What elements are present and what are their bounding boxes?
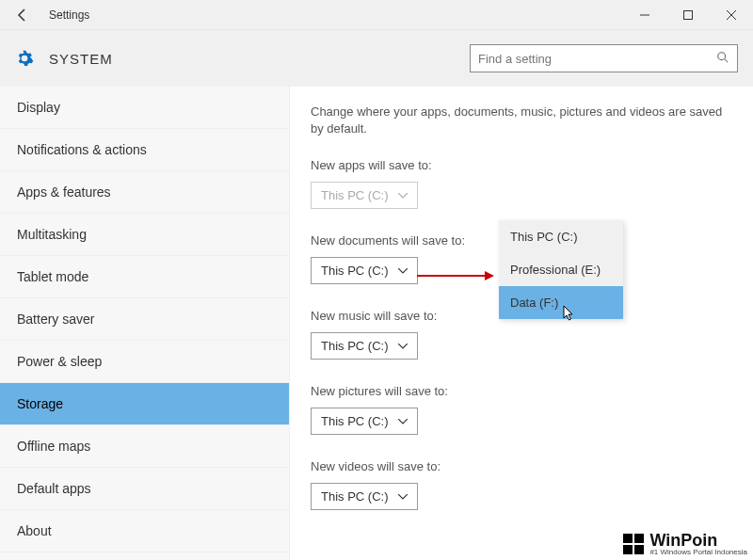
close-button[interactable] bbox=[710, 0, 753, 29]
sidebar-item-about[interactable]: About bbox=[0, 510, 289, 552]
search-box[interactable] bbox=[470, 44, 738, 72]
titlebar: Settings bbox=[0, 0, 753, 30]
sidebar-item-default-apps[interactable]: Default apps bbox=[0, 468, 289, 510]
back-button[interactable] bbox=[0, 0, 45, 29]
minimize-button[interactable] bbox=[623, 0, 666, 29]
drive-dropdown[interactable]: This PC (C:) bbox=[311, 332, 418, 360]
dropdown-value: This PC (C:) bbox=[321, 264, 389, 278]
sidebar-item-multitasking[interactable]: Multitasking bbox=[0, 214, 289, 256]
section-label: New pictures will save to: bbox=[311, 384, 732, 398]
description-text: Change where your apps, documents, music… bbox=[311, 104, 732, 137]
page-title: SYSTEM bbox=[49, 51, 113, 67]
drive-dropdown: This PC (C:) bbox=[311, 182, 418, 209]
sidebar-item-offline-maps[interactable]: Offline maps bbox=[0, 425, 289, 468]
drive-dropdown[interactable]: This PC (C:) bbox=[311, 483, 418, 510]
svg-marker-7 bbox=[485, 271, 494, 280]
annotation-arrow-icon bbox=[417, 269, 494, 282]
window-title: Settings bbox=[45, 8, 89, 22]
popup-option[interactable]: Professional (E:) bbox=[499, 253, 623, 286]
popup-option[interactable]: Data (F:) bbox=[499, 286, 623, 319]
drive-dropdown[interactable]: This PC (C:) bbox=[311, 257, 418, 284]
watermark-subtitle: #1 Windows Portal Indonesia bbox=[649, 549, 747, 556]
sidebar-item-storage[interactable]: Storage bbox=[0, 383, 289, 425]
gear-icon bbox=[15, 49, 34, 68]
chevron-down-icon bbox=[398, 491, 408, 502]
chevron-down-icon bbox=[398, 265, 408, 276]
sidebar-item-power-sleep[interactable]: Power & sleep bbox=[0, 341, 289, 383]
dropdown-value: This PC (C:) bbox=[321, 188, 389, 202]
svg-rect-1 bbox=[684, 10, 693, 19]
drive-dropdown[interactable]: This PC (C:) bbox=[311, 408, 418, 435]
sidebar-item-apps-features[interactable]: Apps & features bbox=[0, 171, 289, 214]
svg-line-5 bbox=[725, 58, 729, 62]
search-input[interactable] bbox=[478, 52, 716, 66]
section-label: New apps will save to: bbox=[311, 158, 732, 172]
drive-dropdown-popup: This PC (C:)Professional (E:)Data (F:) bbox=[499, 220, 623, 319]
sidebar-item-display[interactable]: Display bbox=[0, 87, 289, 129]
search-icon bbox=[716, 51, 729, 67]
watermark: WinPoin #1 Windows Portal Indonesia bbox=[623, 532, 747, 556]
sidebar: DisplayNotifications & actionsApps & fea… bbox=[0, 87, 290, 560]
watermark-logo-icon bbox=[623, 534, 644, 554]
dropdown-value: This PC (C:) bbox=[321, 339, 389, 353]
svg-point-4 bbox=[718, 52, 726, 59]
popup-option[interactable]: This PC (C:) bbox=[499, 220, 623, 253]
sidebar-item-battery-saver[interactable]: Battery saver bbox=[0, 298, 289, 341]
chevron-down-icon bbox=[398, 190, 408, 200]
sidebar-item-notifications-actions[interactable]: Notifications & actions bbox=[0, 129, 289, 171]
watermark-title: WinPoin bbox=[649, 532, 747, 549]
chevron-down-icon bbox=[398, 416, 408, 426]
maximize-button[interactable] bbox=[666, 0, 710, 29]
dropdown-value: This PC (C:) bbox=[321, 489, 389, 504]
sidebar-item-tablet-mode[interactable]: Tablet mode bbox=[0, 256, 289, 298]
chevron-down-icon bbox=[398, 341, 408, 351]
section-label: New videos will save to: bbox=[311, 459, 732, 473]
dropdown-value: This PC (C:) bbox=[321, 414, 389, 428]
main-pane: Change where your apps, documents, music… bbox=[290, 87, 753, 560]
header: SYSTEM bbox=[0, 30, 753, 87]
